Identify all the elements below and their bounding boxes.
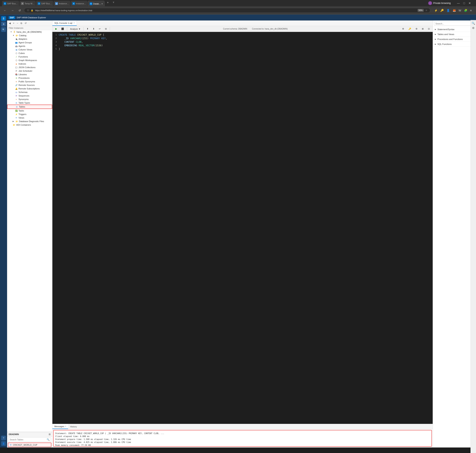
tree-public-synonyms[interactable]: ≡ Public Synonyms <box>7 80 52 83</box>
root-folder-icon: 🗄 <box>13 30 16 33</box>
tree-sequences[interactable]: ⟳ Sequences <box>7 94 52 98</box>
export-button[interactable]: ⬆ <box>85 27 90 31</box>
tab5-label: Instance... <box>76 2 86 5</box>
format-button[interactable]: ⊟ <box>103 27 108 31</box>
collapse-all-button[interactable]: ◀ <box>8 21 12 25</box>
right-icon-search[interactable]: 🔍 <box>472 22 475 25</box>
tree-views[interactable]: 👁 Views <box>7 116 52 120</box>
maximize-button[interactable]: □ <box>462 1 467 6</box>
tree-synonyms[interactable]: ≈ Synonyms <box>7 98 52 101</box>
messages-tab[interactable]: Messages × <box>52 424 68 429</box>
tree-cubes[interactable]: ⬡ Cubes <box>7 51 52 55</box>
tree-indexes[interactable]: ◈ Indexes <box>7 62 52 66</box>
forward-button[interactable]: → <box>9 8 15 13</box>
views-icon: 👁 <box>15 116 18 119</box>
analyze-button[interactable]: Analyze ▼ <box>68 27 82 31</box>
history-tab[interactable]: History <box>68 424 79 429</box>
layout-button[interactable]: ⊞ <box>420 27 425 31</box>
app-icon-user[interactable]: 👤 <box>1 441 6 446</box>
browser-tab-6[interactable]: S Datab... × <box>88 1 105 6</box>
url-input[interactable] <box>35 9 416 12</box>
schema-actions[interactable]: ⊞ <box>49 433 51 436</box>
browser-menu-button[interactable]: ≡ <box>469 8 472 13</box>
bookmark-icon[interactable]: ☆ <box>425 9 427 12</box>
tables-views-header[interactable]: ▶ Tables and Views <box>433 32 476 37</box>
new-tab-button[interactable]: + <box>105 1 111 6</box>
browser-tab-4[interactable]: ☁ Instance... <box>54 1 70 6</box>
tree-table-types[interactable]: ⊞ Table Types <box>7 101 52 105</box>
word-extension-button[interactable]: W <box>458 8 462 13</box>
tree-procedures[interactable]: ⚙ Procedures <box>7 76 52 80</box>
tree-remote-subscriptions[interactable]: 🔔 Remote Subscriptions <box>7 87 52 90</box>
minimize-button[interactable]: — <box>455 1 462 6</box>
statement-syntax-header[interactable]: ▶ Statement/Syntax <box>433 27 476 32</box>
tree-hdi-containers[interactable]: 📁 HDI Containers <box>7 123 52 127</box>
tree-agent-groups[interactable]: 👥 Agent Groups <box>7 41 52 44</box>
undo-button[interactable]: ↩ <box>97 27 102 31</box>
tree-libraries[interactable]: 📚 Libraries <box>7 73 52 76</box>
graph-icon: ⬡ <box>15 59 18 62</box>
tree-agents[interactable]: 🤖 Agents <box>7 44 52 48</box>
tree-functions[interactable]: ƒ Functions <box>7 55 52 58</box>
refresh-tree-button[interactable]: ↺ <box>24 21 28 25</box>
tab-overflow-button[interactable]: ∨ <box>111 1 116 6</box>
procedures-functions-header[interactable]: ▶ Procedures and Functions <box>433 37 476 42</box>
tree-tables[interactable]: ⊞ Tables <box>7 105 52 109</box>
extensions-button[interactable]: ⚡ <box>433 8 438 13</box>
browser-tab-5[interactable]: S Instance... <box>71 1 87 6</box>
firefox-view-button[interactable]: 🦊 <box>452 8 457 13</box>
tree-remote-sources[interactable]: 🔗 Remote Sources <box>7 83 52 87</box>
password-manager-button[interactable]: 🔑 <box>440 8 445 13</box>
settings-button[interactable]: ⚙ <box>414 27 419 31</box>
tree-schemas[interactable]: 🗂 Schemas <box>7 90 52 94</box>
run-button[interactable]: ▶ <box>54 27 59 31</box>
browser-tab-3[interactable]: S SAP Bus... <box>36 1 53 6</box>
import-button[interactable]: ⬇ <box>91 27 96 31</box>
right-search-input[interactable] <box>434 22 475 26</box>
fullscreen-button[interactable]: ⊡ <box>426 27 432 31</box>
search-tables-icon[interactable]: 🔍 <box>45 438 51 442</box>
app-icon-database[interactable]: 🗄 <box>1 16 6 21</box>
tree-db-diagnostic[interactable]: ▶ 📁 Database Diagnostic Files <box>7 120 52 123</box>
tree-tasks[interactable]: ✅ Tasks <box>7 109 52 113</box>
key-button[interactable]: 🔑 <box>407 27 413 31</box>
tree-catalog[interactable]: ▼ 📁 Catalog <box>7 34 52 37</box>
table-item-cricket[interactable]: ⊞ CRICKET_WORLD_CUP <box>8 443 51 447</box>
app-icon-help[interactable]: ? <box>1 436 6 440</box>
search-box[interactable]: 🔍 <box>8 438 51 442</box>
copy-button[interactable]: ⧉ <box>20 21 23 25</box>
cubes-label: Cubes <box>19 52 25 54</box>
app-icon-search[interactable]: 🔍 <box>1 27 6 32</box>
tree-job-scheduler[interactable]: ⏱ Job Scheduler <box>7 69 52 73</box>
editor-tab-sql[interactable]: SQL Console 1.sql × <box>52 21 77 26</box>
search-tables-input[interactable] <box>8 438 45 441</box>
tree-graph-workspaces[interactable]: ⬡ Graph Workspaces <box>7 58 52 62</box>
back-button[interactable]: ← <box>2 8 8 13</box>
add-extensions-button[interactable]: 🧩 <box>463 8 468 13</box>
private-browsing-badge: Private browsing <box>425 1 454 5</box>
sql-functions-header[interactable]: ▶ SQL Functions <box>433 42 476 46</box>
close-button[interactable]: ✕ <box>467 1 472 6</box>
remote-sources-label: Remote Sources <box>19 84 35 86</box>
tab6-close-icon[interactable]: × <box>101 3 103 5</box>
messages-tab-close[interactable]: × <box>65 425 66 427</box>
schema-button[interactable]: ⚙ <box>400 27 406 31</box>
tree-json-collections[interactable]: { } JSON Collections <box>7 66 52 69</box>
right-icon-settings[interactable]: ⚙ <box>472 26 475 29</box>
tree-column-views[interactable]: ▦ Column Views <box>7 48 52 51</box>
profile-button[interactable]: 👤 <box>446 8 451 13</box>
remove-button[interactable]: − <box>16 21 19 25</box>
add-button[interactable]: + <box>12 21 15 25</box>
browser-tab-2[interactable]: T Temp M... <box>20 1 36 6</box>
tree-triggers[interactable]: ⚡ Triggers <box>7 113 52 116</box>
app-icon-settings[interactable]: ⚙ <box>1 22 6 26</box>
code-editor[interactable]: 1 CREATE TABLE CRICKET_WORLD_CUP { 2 _ID… <box>52 32 433 424</box>
tree-adapters[interactable]: 🔌 Adapters <box>7 37 52 41</box>
private-browsing-label: Private browsing <box>433 2 451 5</box>
browser-tab-1[interactable]: S SAP Bus... <box>2 1 19 6</box>
refresh-button[interactable]: ↺ <box>17 8 22 13</box>
url-bar[interactable]: 🛡 🔒 50% ☆ <box>24 8 430 13</box>
sql-tab-close-icon[interactable]: × <box>73 22 75 24</box>
stop-button[interactable]: ⬛ <box>59 27 66 31</box>
tree-root[interactable]: ▼ 🗄 hana_dev_db (DBADMIN) <box>7 30 52 34</box>
